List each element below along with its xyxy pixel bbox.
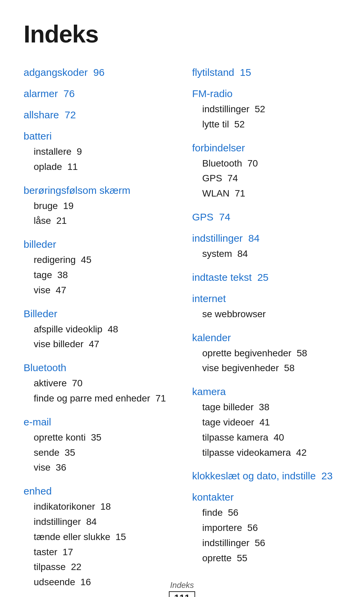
sub-entry-billeder-2: vise 47 bbox=[34, 283, 172, 298]
entry-header-alarmer[interactable]: alarmer 76 bbox=[24, 86, 172, 101]
index-entry-billeder2: Billederafspille videoklip 48vise billed… bbox=[24, 306, 172, 354]
index-entry-batteri: batteriinstallere 9oplade 11 bbox=[24, 128, 172, 177]
entry-header-kalender[interactable]: kalender bbox=[192, 330, 340, 345]
entry-header-billeder[interactable]: billeder bbox=[24, 237, 172, 252]
entry-header-bluetooth[interactable]: Bluetooth bbox=[24, 360, 172, 375]
sub-entries-kalender: oprette begivenheder 58vise begivenheder… bbox=[202, 346, 340, 376]
entry-header-beroeringsfølsom-skaerm[interactable]: berøringsfølsom skærm bbox=[24, 183, 172, 198]
sub-entry-kontakter-2: indstillinger 56 bbox=[202, 536, 340, 551]
sub-entry-billeder-0: redigering 45 bbox=[34, 252, 172, 268]
index-entry-email: e-mailoprette konti 35sende 35vise 36 bbox=[24, 414, 172, 477]
sub-entries-batteri: installere 9oplade 11 bbox=[34, 144, 172, 175]
index-entry-bluetooth: Bluetoothaktivere 70finde og parre med e… bbox=[24, 360, 172, 408]
sub-entry-forbindelser-0: Bluetooth 70 bbox=[202, 156, 340, 171]
index-entry-enhed: enhedindikatorikoner 18indstillinger 84t… bbox=[24, 483, 172, 592]
sub-entry-forbindelser-2: WLAN 71 bbox=[202, 186, 340, 201]
index-entry-forbindelser: forbindelserBluetooth 70GPS 74WLAN 71 bbox=[192, 140, 340, 203]
index-entry-klokkeslaet-og-dato: klokkeslæt og dato, indstille 23 bbox=[192, 468, 340, 483]
sub-entry-kamera-0: tage billeder 38 bbox=[202, 400, 340, 415]
sub-entry-beroeringsfølsom-skaerm-0: bruge 19 bbox=[34, 199, 172, 214]
index-entry-kamera: kameratage billeder 38tage videoer 41til… bbox=[192, 384, 340, 462]
sub-entries-kontakter: finde 56importere 56indstillinger 56opre… bbox=[202, 505, 340, 566]
entry-header-fm-radio[interactable]: FM-radio bbox=[192, 86, 340, 101]
sub-entry-internet-0: se webbrowser bbox=[202, 307, 340, 322]
sub-entry-batteri-1: oplade 11 bbox=[34, 159, 172, 175]
sub-entries-beroeringsfølsom-skaerm: bruge 19låse 21 bbox=[34, 199, 172, 229]
sub-entries-fm-radio: indstillinger 52lytte til 52 bbox=[202, 102, 340, 132]
entry-header-email[interactable]: e-mail bbox=[24, 414, 172, 429]
index-entry-alarmer: alarmer 76 bbox=[24, 86, 172, 101]
sub-entry-enhed-1: indstillinger 84 bbox=[34, 514, 172, 530]
entry-header-batteri[interactable]: batteri bbox=[24, 128, 172, 144]
sub-entry-email-0: oprette konti 35 bbox=[34, 430, 172, 445]
entry-header-flytilstand[interactable]: flytilstand 15 bbox=[192, 65, 340, 80]
index-entry-flytilstand: flytilstand 15 bbox=[192, 65, 340, 80]
index-entry-billeder: billederredigering 45tage 38vise 47 bbox=[24, 237, 172, 300]
sub-entry-kontakter-3: oprette 55 bbox=[202, 551, 340, 566]
sub-entries-enhed: indikatorikoner 18indstillinger 84tænde … bbox=[34, 499, 172, 590]
right-column: flytilstand 15FM-radioindstillinger 52ly… bbox=[192, 65, 340, 574]
index-entry-internet: internetse webbrowser bbox=[192, 291, 340, 324]
index-entry-beroeringsfølsom-skaerm: berøringsfølsom skærmbruge 19låse 21 bbox=[24, 183, 172, 231]
sub-entries-indstillinger: system 84 bbox=[202, 246, 340, 262]
page-title: Indeks bbox=[24, 20, 340, 48]
sub-entries-forbindelser: Bluetooth 70GPS 74WLAN 71 bbox=[202, 156, 340, 201]
footer-label: Indeks bbox=[0, 580, 364, 590]
sub-entry-kalender-0: oprette begivenheder 58 bbox=[202, 346, 340, 361]
sub-entry-kontakter-1: importere 56 bbox=[202, 520, 340, 536]
index-entry-adgangskoder: adgangskoder 96 bbox=[24, 65, 172, 80]
index-entry-kontakter: kontakterfinde 56importere 56indstilling… bbox=[192, 489, 340, 568]
entry-header-indtaste-tekst[interactable]: indtaste tekst 25 bbox=[192, 270, 340, 285]
index-entry-allshare: allshare 72 bbox=[24, 107, 172, 122]
sub-entry-kamera-3: tilpasse videokamera 42 bbox=[202, 445, 340, 460]
sub-entry-kamera-1: tage videoer 41 bbox=[202, 415, 340, 430]
entry-header-allshare[interactable]: allshare 72 bbox=[24, 107, 172, 122]
index-entry-indstillinger: indstillinger 84system 84 bbox=[192, 231, 340, 264]
sub-entries-billeder: redigering 45tage 38vise 47 bbox=[34, 252, 172, 298]
entry-header-kontakter[interactable]: kontakter bbox=[192, 489, 340, 505]
entry-header-enhed[interactable]: enhed bbox=[24, 483, 172, 499]
sub-entry-batteri-0: installere 9 bbox=[34, 144, 172, 159]
index-entry-gps: GPS 74 bbox=[192, 209, 340, 225]
sub-entry-enhed-2: tænde eller slukke 15 bbox=[34, 530, 172, 545]
sub-entry-email-1: sende 35 bbox=[34, 445, 172, 460]
left-column: adgangskoder 96alarmer 76allshare 72batt… bbox=[24, 65, 172, 597]
index-columns: adgangskoder 96alarmer 76allshare 72batt… bbox=[24, 65, 340, 597]
sub-entry-kamera-2: tilpasse kamera 40 bbox=[202, 430, 340, 445]
entry-header-forbindelser[interactable]: forbindelser bbox=[192, 140, 340, 155]
footer-page-number: 111 bbox=[169, 591, 195, 597]
sub-entry-billeder2-0: afspille videoklip 48 bbox=[34, 322, 172, 337]
sub-entry-bluetooth-1: finde og parre med enheder 71 bbox=[34, 391, 172, 406]
entry-header-adgangskoder[interactable]: adgangskoder 96 bbox=[24, 65, 172, 80]
entry-header-klokkeslaet-og-dato[interactable]: klokkeslæt og dato, indstille 23 bbox=[192, 468, 340, 483]
entry-header-gps[interactable]: GPS 74 bbox=[192, 209, 340, 225]
sub-entry-email-2: vise 36 bbox=[34, 460, 172, 475]
index-entry-indtaste-tekst: indtaste tekst 25 bbox=[192, 270, 340, 285]
entry-header-billeder2[interactable]: Billeder bbox=[24, 306, 172, 321]
index-entry-kalender: kalenderoprette begivenheder 58vise begi… bbox=[192, 330, 340, 378]
sub-entries-billeder2: afspille videoklip 48vise billeder 47 bbox=[34, 322, 172, 352]
sub-entry-fm-radio-0: indstillinger 52 bbox=[202, 102, 340, 117]
sub-entry-enhed-3: taster 17 bbox=[34, 545, 172, 560]
sub-entry-kontakter-0: finde 56 bbox=[202, 505, 340, 520]
sub-entry-bluetooth-0: aktivere 70 bbox=[34, 376, 172, 391]
index-entry-fm-radio: FM-radioindstillinger 52lytte til 52 bbox=[192, 86, 340, 134]
sub-entry-indstillinger-0: system 84 bbox=[202, 246, 340, 262]
entry-header-internet[interactable]: internet bbox=[192, 291, 340, 306]
sub-entry-beroeringsfølsom-skaerm-1: låse 21 bbox=[34, 213, 172, 229]
sub-entry-kalender-1: vise begivenheder 58 bbox=[202, 361, 340, 376]
sub-entry-fm-radio-1: lytte til 52 bbox=[202, 117, 340, 132]
entry-header-indstillinger[interactable]: indstillinger 84 bbox=[192, 231, 340, 246]
sub-entry-billeder2-1: vise billeder 47 bbox=[34, 337, 172, 352]
sub-entry-enhed-0: indikatorikoner 18 bbox=[34, 499, 172, 514]
sub-entries-email: oprette konti 35sende 35vise 36 bbox=[34, 430, 172, 475]
page-footer: Indeks 111 bbox=[0, 580, 364, 597]
sub-entry-enhed-4: tilpasse 22 bbox=[34, 560, 172, 575]
sub-entries-internet: se webbrowser bbox=[202, 307, 340, 322]
sub-entry-billeder-1: tage 38 bbox=[34, 268, 172, 283]
sub-entries-kamera: tage billeder 38tage videoer 41tilpasse … bbox=[202, 400, 340, 460]
sub-entries-bluetooth: aktivere 70finde og parre med enheder 71 bbox=[34, 376, 172, 406]
entry-header-kamera[interactable]: kamera bbox=[192, 384, 340, 399]
sub-entry-forbindelser-1: GPS 74 bbox=[202, 171, 340, 186]
